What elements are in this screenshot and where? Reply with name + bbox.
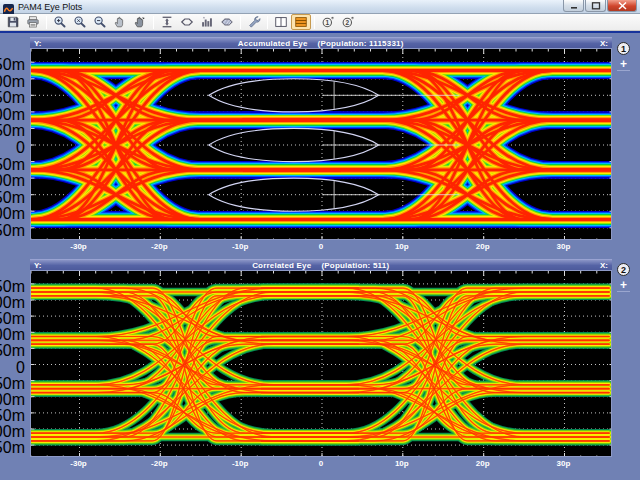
y-tick-label: -250m [0, 222, 25, 240]
print-icon [26, 15, 40, 29]
y-tick-label: -100m [0, 172, 25, 190]
x-tick-label: -20p [144, 242, 174, 251]
x-tick-label: 0 [306, 459, 336, 468]
x-tick-label: -30p [64, 242, 94, 251]
eye-1-icon: 1 [321, 15, 335, 29]
mask-fill-button[interactable] [217, 14, 237, 30]
y-tick-label: 0 [16, 139, 25, 157]
x-tick-label: 0 [306, 242, 336, 251]
toolbar: 12 [0, 14, 640, 31]
layout-rows-button[interactable] [291, 14, 311, 30]
data-cursor-button[interactable] [130, 14, 150, 30]
toolbar-separator [46, 16, 47, 29]
app-icon [3, 1, 14, 12]
plot2-y-axis-label: Y: [34, 260, 41, 270]
x-tick-label: -30p [64, 459, 94, 468]
close-icon [618, 2, 627, 10]
settings-button[interactable] [244, 14, 264, 30]
eye-2-icon: 2 [341, 15, 355, 29]
eye-1-button[interactable]: 1 [318, 14, 338, 30]
mask-fill-icon [220, 15, 234, 29]
maximize-icon [591, 2, 601, 10]
save-button[interactable] [3, 14, 23, 30]
eye-mask-icon [180, 15, 194, 29]
layout-columns-icon [274, 15, 288, 29]
zoom-out-button[interactable] [90, 14, 110, 30]
histogram-icon [200, 15, 214, 29]
plot2-title: Correlated Eye(Population: 511) [252, 260, 389, 270]
x-tick-label: 10p [387, 459, 417, 468]
zoom-x-button[interactable] [70, 14, 90, 30]
y-tick-label: -50m [0, 156, 25, 174]
scale-y-icon [160, 15, 174, 29]
wrench-icon [247, 15, 261, 29]
y-tick-label: -250m [0, 439, 25, 457]
x-tick-label: 20p [468, 459, 498, 468]
x-tick-label: 10p [387, 242, 417, 251]
plot1-title: Accumulated Eye(Population: 1115331) [238, 38, 404, 48]
correlated-eye-plot[interactable] [30, 270, 612, 457]
y-tick-label: 250m [0, 56, 25, 74]
pam4-eye-plots-window: PAM4 Eye Plots 12 Y: Accumulated Eye(Pop… [0, 0, 640, 480]
plot2-header: Y: Correlated Eye(Population: 511) X: [30, 259, 612, 270]
x-tick-label: 30p [549, 459, 579, 468]
x-tick-label: 30p [549, 242, 579, 251]
layout-rows-icon [294, 15, 308, 29]
x-tick-label: -10p [225, 459, 255, 468]
plot1-x-axis-label: X: [600, 38, 608, 48]
plot1-y-tick-labels: 250m200m150m100m50m0-50m-100m-150m-200m-… [0, 48, 27, 240]
save-icon [6, 15, 20, 29]
x-tick-label: -20p [144, 459, 174, 468]
maximize-button[interactable] [585, 0, 606, 12]
y-tick-label: 100m [0, 106, 25, 124]
zoom-out-icon [93, 15, 107, 29]
layout-columns-button[interactable] [271, 14, 291, 30]
plot1-add-button[interactable]: + [617, 59, 630, 71]
plot2-y-tick-labels: 250m200m150m100m50m0-50m-100m-150m-200m-… [0, 270, 27, 457]
y-tick-label: 150m [0, 89, 25, 107]
plot1-x-tick-labels: -30p-20p-10p010p20p30p [30, 242, 612, 252]
y-tick-label: -200m [0, 205, 25, 223]
pan-button[interactable] [110, 14, 130, 30]
window-frame-line [0, 31, 640, 33]
plot2-x-axis-label: X: [600, 260, 608, 270]
toolbar-separator [240, 16, 241, 29]
accumulated-eye-plot[interactable] [30, 48, 612, 240]
plot2-x-tick-labels: -30p-20p-10p010p20p30p [30, 459, 612, 469]
toolbar-separator [267, 16, 268, 29]
data-cursor-icon [133, 15, 147, 29]
autoscale-y-button[interactable] [157, 14, 177, 30]
zoom-in-button[interactable] [50, 14, 70, 30]
eye-mask-button[interactable] [177, 14, 197, 30]
pan-icon [113, 15, 127, 29]
y-tick-label: 200m [0, 73, 25, 91]
y-tick-label: -150m [0, 189, 25, 207]
svg-text:2: 2 [345, 19, 349, 26]
toolbar-separator [153, 16, 154, 29]
eye-2-button[interactable]: 2 [338, 14, 358, 30]
minimize-icon [569, 2, 579, 10]
x-tick-label: -10p [225, 242, 255, 251]
window-title: PAM4 Eye Plots [18, 0, 82, 14]
plot1-y-axis-label: Y: [34, 38, 41, 48]
x-tick-label: 20p [468, 242, 498, 251]
svg-text:1: 1 [325, 19, 329, 26]
close-button[interactable] [607, 0, 637, 12]
plot2-badge[interactable]: 2 [617, 263, 630, 276]
toolbar-separator [314, 16, 315, 29]
plot2-add-button[interactable]: + [617, 280, 630, 292]
histogram-button[interactable] [197, 14, 217, 30]
plot1-badge[interactable]: 1 [617, 42, 630, 55]
y-tick-label: 50m [0, 122, 25, 140]
zoom-in-icon [53, 15, 67, 29]
plot1-header: Y: Accumulated Eye(Population: 1115331) … [30, 37, 612, 48]
print-button[interactable] [23, 14, 43, 30]
zoom-x-icon [73, 15, 87, 29]
minimize-button[interactable] [563, 0, 584, 12]
titlebar: PAM4 Eye Plots [0, 0, 640, 14]
